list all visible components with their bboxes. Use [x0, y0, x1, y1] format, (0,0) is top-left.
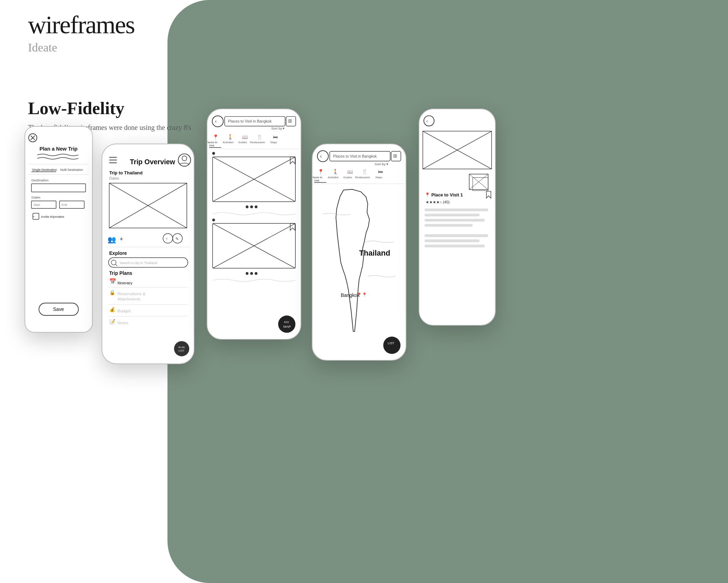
svg-text:Sort by: Sort by — [375, 162, 385, 166]
card5-sketch: ‹ 📍 Place to Visit 1 ★★★★○ (40) — [419, 109, 495, 325]
svg-text:Places to Visit in Bangkok: Places to Visit in Bangkok — [228, 119, 272, 123]
svg-text:📖: 📖 — [347, 169, 353, 175]
svg-point-86 — [246, 206, 248, 208]
svg-text:Explore: Explore — [109, 251, 127, 256]
svg-text:Thailand: Thailand — [359, 249, 390, 257]
svg-text:Guides: Guides — [238, 141, 247, 144]
svg-point-126 — [424, 116, 434, 126]
svg-point-32 — [163, 234, 173, 243]
svg-text:Places to Visit in Bangkok: Places to Visit in Bangkok — [333, 154, 377, 158]
svg-text:Reservations &: Reservations & — [117, 291, 145, 296]
svg-text:Places to: Places to — [207, 141, 218, 144]
wireframes-container: Plan a New Trip Single Destination Multi… — [0, 109, 728, 583]
svg-text:LIST: LIST — [179, 349, 185, 352]
svg-text:‹: ‹ — [320, 154, 322, 159]
svg-marker-136 — [486, 191, 491, 198]
svg-marker-93 — [290, 223, 295, 230]
svg-text:📍: 📍 — [318, 169, 324, 175]
svg-text:📍: 📍 — [213, 134, 219, 140]
svg-text:Search a city in Thailand: Search a city in Thailand — [119, 261, 157, 265]
svg-text:Itinerary: Itinerary — [117, 280, 132, 285]
svg-text:Destination: Destination — [32, 178, 49, 182]
card-plan-trip: Plan a New Trip Single Destination Multi… — [25, 126, 93, 333]
card4-sketch: ‹ Places to Visit in Bangkok ⊞ Sort by ▾… — [313, 144, 406, 360]
card-map-view: ‹ Places to Visit in Bangkok ⊞ Sort by ▾… — [312, 144, 406, 361]
card-places-list: ‹ Places to Visit in Bangkok ⊞ Sort by ▾… — [207, 109, 301, 340]
svg-text:▾: ▾ — [386, 162, 388, 166]
svg-text:IVV: IVV — [284, 320, 289, 324]
svg-text:📅: 📅 — [109, 278, 116, 285]
svg-rect-142 — [425, 234, 488, 237]
card-place-detail: ‹ 📍 Place to Visit 1 ★★★★○ (40) — [419, 109, 496, 326]
svg-text:📖: 📖 — [242, 134, 248, 140]
card2-sketch: Trip Overview Trip to Thailand Dates ↑ ✎… — [102, 144, 194, 363]
card3-sketch: ‹ Places to Visit in Bangkok ⊞ Sort by ▾… — [207, 109, 301, 339]
svg-text:▾: ▾ — [283, 126, 284, 130]
svg-text:Stays: Stays — [270, 141, 277, 144]
svg-text:⊞: ⊞ — [288, 118, 292, 124]
svg-text:★★★★○ (40): ★★★★○ (40) — [426, 200, 450, 204]
svg-text:Multi Destination: Multi Destination — [60, 168, 83, 172]
svg-text:Plan a New Trip: Plan a New Trip — [40, 146, 78, 152]
svg-point-81 — [212, 152, 215, 155]
svg-text:✎: ✎ — [176, 237, 179, 241]
svg-text:🔒: 🔒 — [109, 290, 116, 296]
svg-text:Dates: Dates — [109, 176, 119, 180]
svg-line-42 — [115, 264, 117, 266]
svg-text:📝: 📝 — [109, 319, 116, 325]
svg-text:🍴: 🍴 — [257, 134, 263, 140]
svg-point-124 — [383, 336, 400, 354]
svg-rect-10 — [32, 184, 86, 192]
svg-text:Places to: Places to — [313, 176, 323, 179]
svg-text:Save: Save — [53, 307, 64, 312]
svg-text:🍴: 🍴 — [362, 169, 368, 175]
svg-text:Dates: Dates — [32, 195, 41, 199]
svg-text:Activities: Activities — [223, 141, 234, 144]
svg-text:🛏: 🛏 — [378, 169, 383, 174]
svg-point-87 — [250, 206, 253, 208]
site-subtitle: Ideate — [28, 41, 135, 54]
svg-text:Visit: Visit — [314, 179, 320, 182]
svg-text:↑: ↑ — [166, 236, 168, 241]
svg-text:🚶: 🚶 — [227, 134, 234, 140]
svg-rect-143 — [425, 240, 480, 242]
card-trip-overview: Trip Overview Trip to Thailand Dates ↑ ✎… — [102, 144, 194, 364]
svg-text:👥: 👥 — [108, 235, 116, 244]
card1-sketch: Plan a New Trip Single Destination Multi… — [25, 127, 92, 332]
svg-rect-141 — [425, 224, 473, 227]
svg-text:Guides: Guides — [343, 176, 352, 179]
svg-text:+: + — [33, 215, 35, 218]
svg-rect-139 — [425, 214, 480, 216]
svg-rect-144 — [425, 245, 485, 248]
svg-text:📍 Place to Visit 1: 📍 Place to Visit 1 — [425, 192, 463, 198]
svg-text:+: + — [119, 236, 123, 243]
svg-point-88 — [255, 206, 257, 208]
svg-text:Restaurants: Restaurants — [250, 141, 265, 144]
svg-rect-140 — [425, 219, 485, 222]
svg-point-89 — [212, 218, 215, 221]
svg-rect-134 — [473, 178, 488, 190]
svg-text:⊞: ⊞ — [393, 153, 397, 159]
svg-text:Activities: Activities — [328, 176, 339, 179]
svg-text:📍📍: 📍📍 — [357, 292, 367, 297]
svg-text:Sort by: Sort by — [271, 126, 282, 130]
svg-text:‹: ‹ — [426, 118, 428, 124]
svg-point-60 — [212, 116, 224, 127]
svg-point-41 — [111, 260, 116, 265]
svg-text:Restaurants: Restaurants — [355, 176, 370, 179]
svg-point-94 — [246, 272, 248, 275]
svg-marker-85 — [290, 157, 295, 164]
svg-rect-138 — [425, 208, 488, 211]
svg-text:MAP: MAP — [283, 325, 291, 328]
svg-text:🚶: 🚶 — [332, 169, 339, 175]
svg-text:Budget: Budget — [117, 308, 131, 313]
svg-text:‹: ‹ — [215, 119, 217, 124]
header: wireframes Ideate — [28, 11, 135, 54]
svg-text:Invite tripmates: Invite tripmates — [41, 215, 64, 218]
svg-text:End: End — [62, 203, 67, 207]
svg-text:Trip to Thailand: Trip to Thailand — [109, 170, 143, 175]
svg-text:Trip Plans: Trip Plans — [109, 271, 132, 276]
svg-text:Visit: Visit — [209, 144, 214, 147]
svg-text:💰: 💰 — [109, 307, 116, 313]
svg-text:🛏: 🛏 — [273, 134, 278, 140]
